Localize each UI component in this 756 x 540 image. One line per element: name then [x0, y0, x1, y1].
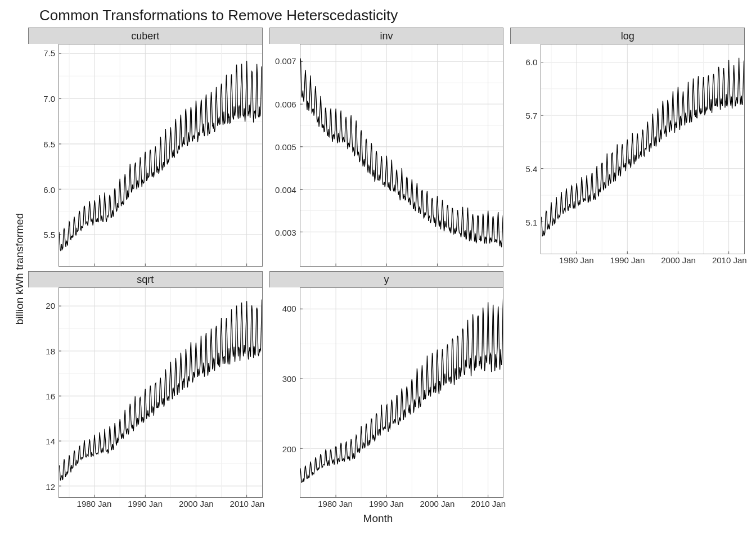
y-tick-label: 6.0	[525, 57, 537, 66]
facet-strip: cubert	[28, 28, 263, 44]
y-ticks: 5.56.06.57.07.5	[28, 44, 58, 267]
x-tick-label: 1980 Jan	[318, 499, 353, 508]
series-line	[300, 298, 503, 483]
y-tick-label: 0.004	[275, 184, 296, 194]
y-tick-label: 200	[282, 444, 296, 453]
x-axis-label: Month	[11, 512, 745, 525]
x-tick-label: 2010 Jan	[712, 255, 747, 265]
plot-area	[300, 44, 504, 267]
x-tick-label: 1990 Jan	[369, 499, 404, 508]
series-line	[59, 300, 262, 481]
plot-area	[58, 287, 263, 498]
y-tick-label: 20	[46, 301, 55, 310]
y-tick-label: 5.7	[525, 110, 537, 120]
x-ticks: 1980 Jan1990 Jan2000 Jan2010 Jan	[541, 254, 745, 267]
plot-row: 200300400	[269, 287, 504, 498]
y-ticks: 1214161820	[28, 287, 58, 498]
plot-row: 1214161820	[28, 287, 263, 498]
plot-area	[58, 44, 263, 267]
y-tick-label: 5.1	[525, 217, 537, 227]
x-tick-label: 2000 Jan	[420, 499, 455, 508]
y-tick-label: 400	[282, 304, 296, 313]
y-tick-label: 300	[282, 374, 296, 384]
x-tick-label: 1990 Jan	[610, 255, 645, 265]
y-ticks: 200300400	[269, 287, 300, 498]
facet-panel-inv: inv0.0030.0040.0050.0060.007	[269, 28, 504, 267]
facet-strip: log	[510, 28, 745, 44]
x-tick-label: 1980 Jan	[77, 499, 112, 508]
y-tick-label: 6.0	[43, 184, 55, 194]
x-tick-label: 1980 Jan	[559, 255, 594, 265]
y-tick-label: 5.5	[43, 230, 55, 240]
x-tick-label: 2000 Jan	[661, 255, 696, 265]
y-ticks: 0.0030.0040.0050.0060.007	[269, 44, 300, 267]
facet-strip: sqrt	[28, 271, 263, 287]
panels-container: billion kWh transformed cubert5.56.06.57…	[11, 28, 745, 510]
plot-row: 5.56.06.57.07.5	[28, 44, 263, 267]
x-tick-label: 1990 Jan	[128, 499, 163, 508]
x-ticks: 1980 Jan1990 Jan2000 Jan2010 Jan	[58, 498, 263, 510]
y-tick-label: 0.005	[275, 142, 296, 151]
x-ticks: 1980 Jan1990 Jan2000 Jan2010 Jan	[300, 498, 504, 510]
x-tick-label: 2010 Jan	[230, 499, 265, 508]
facet-strip: inv	[269, 28, 504, 44]
y-tick-label: 7.5	[43, 48, 55, 58]
series-line	[300, 58, 503, 248]
y-tick-label: 0.007	[275, 56, 296, 66]
plot-area	[541, 44, 745, 254]
y-tick-label: 16	[46, 392, 55, 401]
y-ticks: 5.15.45.76.0	[510, 44, 541, 254]
y-tick-label: 5.4	[525, 164, 537, 173]
facet-strip: y	[269, 271, 504, 287]
x-tick-label: 2000 Jan	[179, 499, 214, 508]
plot-row: 5.15.45.76.0	[510, 44, 745, 254]
y-tick-label: 6.5	[43, 139, 55, 148]
y-axis-label: billion kWh transformed	[14, 213, 26, 325]
facet-panel-log: log5.15.45.76.01980 Jan1990 Jan2000 Jan2…	[510, 28, 745, 267]
figure: Common Transformations to Remove Hetersc…	[0, 0, 756, 540]
facet-panel-y: y2003004001980 Jan1990 Jan2000 Jan2010 J…	[269, 271, 504, 510]
plot-row: 0.0030.0040.0050.0060.007	[269, 44, 504, 267]
y-tick-label: 0.006	[275, 99, 296, 109]
ylabel-column: billion kWh transformed	[11, 28, 28, 510]
plot-area	[300, 287, 504, 498]
facet-grid: cubert5.56.06.57.07.5inv0.0030.0040.0050…	[28, 28, 745, 510]
y-tick-label: 12	[46, 482, 55, 491]
facet-panel-cubert: cubert5.56.06.57.07.5	[28, 28, 263, 267]
series-line	[541, 58, 744, 236]
series-line	[59, 61, 262, 251]
x-tick-label: 2010 Jan	[471, 499, 506, 508]
y-tick-label: 14	[46, 436, 55, 446]
y-tick-label: 0.003	[275, 228, 296, 237]
page-title: Common Transformations to Remove Hetersc…	[39, 7, 745, 24]
y-tick-label: 7.0	[43, 93, 55, 103]
facet-panel-sqrt: sqrt12141618201980 Jan1990 Jan2000 Jan20…	[28, 271, 263, 510]
y-tick-label: 18	[46, 346, 55, 356]
